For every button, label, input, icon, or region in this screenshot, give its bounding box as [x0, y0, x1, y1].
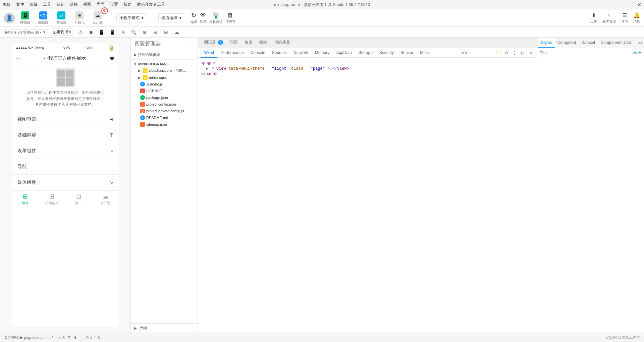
- footer-components[interactable]: ⊞ 组件: [12, 193, 39, 206]
- inner-tab-wxml[interactable]: Wxml: [201, 48, 217, 58]
- page-path[interactable]: 页面路径 ▶ page/component/index ⎘: [4, 335, 65, 340]
- split-button[interactable]: ⊟: [151, 28, 159, 36]
- tree-item-project-config[interactable]: {} project.config.json: [131, 101, 198, 108]
- maximize-button[interactable]: □: [631, 2, 633, 7]
- more-small-icon[interactable]: ···: [80, 336, 83, 340]
- nav-item-views[interactable]: 视图容器 ⊟: [12, 112, 119, 127]
- minimize-button[interactable]: ─: [624, 2, 627, 7]
- right-tabs-more[interactable]: >>: [638, 41, 643, 45]
- nav-item-media[interactable]: 媒体组件 ▷: [12, 175, 119, 190]
- settings-button[interactable]: ⚙: [503, 50, 510, 56]
- inner-tab-sensor[interactable]: Sensor: [397, 48, 417, 58]
- upload-button[interactable]: ⬆ 上传: [590, 12, 597, 24]
- menu-tools[interactable]: 工具: [43, 2, 51, 7]
- cloud-dev-button[interactable]: ☁ 云开发 ①: [90, 10, 105, 26]
- inner-tab-performance[interactable]: Performance: [217, 48, 247, 58]
- styles-filter-input[interactable]: [540, 51, 630, 55]
- version-button[interactable]: ⑂ 版本管理: [602, 12, 616, 24]
- undock-button[interactable]: ⊡: [519, 50, 526, 56]
- inner-tab-sources[interactable]: Sources: [269, 48, 290, 58]
- tab-problems[interactable]: 问题: [226, 38, 241, 48]
- right-tab-computed[interactable]: Computed: [555, 38, 579, 48]
- menu-goto[interactable]: 转到: [56, 2, 64, 7]
- settings-small-icon[interactable]: ⚙: [67, 335, 71, 340]
- menu-wechat-tools[interactable]: 微信开发者工具: [137, 2, 165, 7]
- hotreload-toggle[interactable]: 热重载 开×: [51, 28, 73, 36]
- nav-item-basic[interactable]: 基础内容 ⊤: [12, 127, 119, 143]
- tree-item-readme[interactable]: ℹ README.md: [131, 114, 198, 121]
- tree-item-license[interactable]: L LICENSE: [131, 88, 198, 94]
- compile-button[interactable]: ↻ 编译: [191, 12, 197, 24]
- close-panel-button[interactable]: ✕: [527, 50, 534, 56]
- copy-button[interactable]: ⎘: [119, 28, 127, 36]
- menu-project[interactable]: 项目: [3, 2, 11, 7]
- preview-button[interactable]: 👁 预览: [200, 12, 207, 24]
- menu-edit[interactable]: 编辑: [30, 2, 38, 7]
- tree-item-miniprogram[interactable]: ▶ 📁 miniprogram: [131, 74, 198, 81]
- tree-item-project-private[interactable]: {} project.private.config.js...: [131, 108, 198, 114]
- message-button[interactable]: 🔔 消息: [633, 12, 640, 24]
- menu-file[interactable]: 文件: [16, 2, 24, 7]
- tree-root[interactable]: ▼ MINIPROGRAM-5: [131, 61, 198, 67]
- tab-debugger[interactable]: 调试器 4: [201, 38, 226, 48]
- inner-tab-memory[interactable]: Memory: [312, 48, 333, 58]
- footer-extend[interactable]: ⊞ 扩展能力: [39, 193, 65, 206]
- tree-item-sitemap[interactable]: {} sitemap.json: [131, 121, 198, 128]
- visualize-button[interactable]: ⊞ 可视化: [72, 10, 87, 26]
- refresh-button[interactable]: ↺: [76, 28, 84, 36]
- path-copy-icon[interactable]: ⎘: [63, 336, 65, 339]
- record-button[interactable]: ⏺: [87, 28, 95, 36]
- right-tab-component-data[interactable]: Component Data: [598, 38, 634, 48]
- right-tab-dataset[interactable]: Dataset: [579, 38, 598, 48]
- outline-section[interactable]: ▶ 大纲: [131, 323, 198, 333]
- device-selector[interactable]: iPhone 6/7/8 85% 16× ▼: [3, 29, 48, 35]
- clear-cache-button[interactable]: 🗑 清缓存: [225, 12, 235, 24]
- tab-terminal[interactable]: 终端: [256, 38, 271, 48]
- compile-selector[interactable]: 普通编译 ▼: [158, 13, 185, 22]
- tree-item-eslintrc[interactable]: E .eslintrc.js: [131, 81, 198, 88]
- tree-item-package[interactable]: P package.json: [131, 94, 198, 101]
- inner-tabs-more[interactable]: >>: [461, 50, 468, 56]
- nav-item-nav[interactable]: 导航 ···: [12, 159, 119, 175]
- menu-view[interactable]: 视图: [83, 2, 91, 7]
- search-button[interactable]: 🔍: [130, 28, 138, 36]
- visualize-icon: ⊞: [75, 11, 84, 19]
- menu-settings[interactable]: 设置: [110, 2, 118, 7]
- debugger-button[interactable]: ⇄ 调试器: [54, 10, 69, 26]
- footer-cloud[interactable]: ☁ 云开发: [92, 193, 119, 206]
- cloud-small-button[interactable]: ☁: [173, 28, 181, 36]
- locate-button[interactable]: ⊕: [141, 28, 149, 36]
- open-editors-section[interactable]: ▶ 打开的编辑器: [131, 50, 198, 60]
- tab-output[interactable]: 输出: [241, 38, 256, 48]
- tab-code-quality[interactable]: 代码质量: [271, 38, 293, 48]
- menu-interface[interactable]: 界面: [97, 2, 105, 7]
- editor-button[interactable]: </> 编辑器: [36, 10, 51, 26]
- file-panel-more-icon[interactable]: ···: [190, 41, 194, 47]
- inner-tab-storage[interactable]: Storage: [355, 48, 376, 58]
- inner-tab-console[interactable]: Console: [247, 48, 269, 58]
- more-options-button[interactable]: ⋮: [511, 50, 518, 56]
- footer-api[interactable]: ⊡ 接口: [65, 193, 92, 206]
- view-expand-arrow[interactable]: ▶: [206, 66, 208, 71]
- cls-button[interactable]: .cls: [631, 51, 637, 55]
- mode-selector[interactable]: 小程序模式 ▼: [116, 13, 147, 22]
- inner-tab-security[interactable]: Security: [376, 48, 397, 58]
- tree-item-cloudfunctions[interactable]: ▶ 📁 cloudfunctions | 当前...: [131, 67, 198, 74]
- add-style-button[interactable]: +: [638, 50, 641, 56]
- phone-portrait-icon[interactable]: 📱: [98, 28, 106, 36]
- nav-item-forms[interactable]: 表单组件 ≡: [12, 143, 119, 159]
- detail-button[interactable]: ☰ 详情: [621, 12, 628, 24]
- inner-tab-mock[interactable]: Mock: [417, 48, 433, 58]
- real-debug-button[interactable]: 📡 真机调试: [209, 12, 223, 24]
- html-line-2[interactable]: ▶ < view data-weui-theme = "light" class…: [201, 66, 534, 71]
- close-button[interactable]: ✕: [637, 2, 641, 7]
- inner-tab-network[interactable]: Network: [290, 48, 312, 58]
- panel-button[interactable]: ⊞: [162, 28, 170, 36]
- inner-tab-appdata[interactable]: AppData: [333, 48, 355, 58]
- simulator-button[interactable]: 📱 模拟器: [17, 10, 33, 26]
- eye-small-icon[interactable]: 👁: [73, 336, 77, 340]
- phone-landscape-icon[interactable]: 📱: [108, 28, 116, 36]
- right-tab-styles[interactable]: Styles: [538, 38, 555, 48]
- menu-help[interactable]: 帮助: [123, 2, 131, 7]
- menu-select[interactable]: 选择: [70, 2, 78, 7]
